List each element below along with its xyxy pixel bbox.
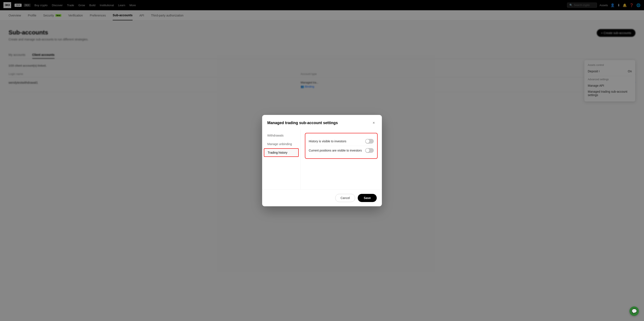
chat-icon: 💬 bbox=[632, 308, 637, 314]
modal-title: Managed trading sub-account settings bbox=[267, 121, 338, 125]
modal-main: History is visible to investors Current … bbox=[300, 129, 382, 189]
sidebar-manage-unbinding[interactable]: Manage unbinding bbox=[262, 140, 300, 148]
sidebar-withdrawals[interactable]: Withdrawals bbox=[262, 131, 300, 140]
cancel-button[interactable]: Cancel bbox=[335, 194, 355, 202]
chat-bubble[interactable]: 💬 bbox=[630, 306, 639, 316]
modal-overlay[interactable]: Managed trading sub-account settings × W… bbox=[0, 0, 644, 321]
history-visible-label: History is visible to investors bbox=[309, 140, 346, 143]
modal-sidebar: Withdrawals Manage unbinding Trading his… bbox=[262, 129, 300, 189]
modal-header: Managed trading sub-account settings × bbox=[262, 115, 382, 129]
modal-close-button[interactable]: × bbox=[371, 120, 377, 126]
toggle-row-positions: Current positions are visible to investo… bbox=[309, 146, 374, 155]
modal-body: Withdrawals Manage unbinding Trading his… bbox=[262, 129, 382, 189]
history-visible-toggle[interactable] bbox=[365, 139, 374, 144]
positions-visible-toggle[interactable] bbox=[365, 148, 374, 153]
modal: Managed trading sub-account settings × W… bbox=[262, 115, 382, 206]
modal-footer: Cancel Save bbox=[262, 189, 382, 206]
positions-visible-label: Current positions are visible to investo… bbox=[309, 149, 362, 152]
save-button[interactable]: Save bbox=[358, 194, 377, 202]
investor-settings-box: History is visible to investors Current … bbox=[305, 133, 378, 159]
sidebar-trading-history[interactable]: Trading history bbox=[264, 148, 299, 157]
toggle-row-history: History is visible to investors bbox=[309, 137, 374, 146]
